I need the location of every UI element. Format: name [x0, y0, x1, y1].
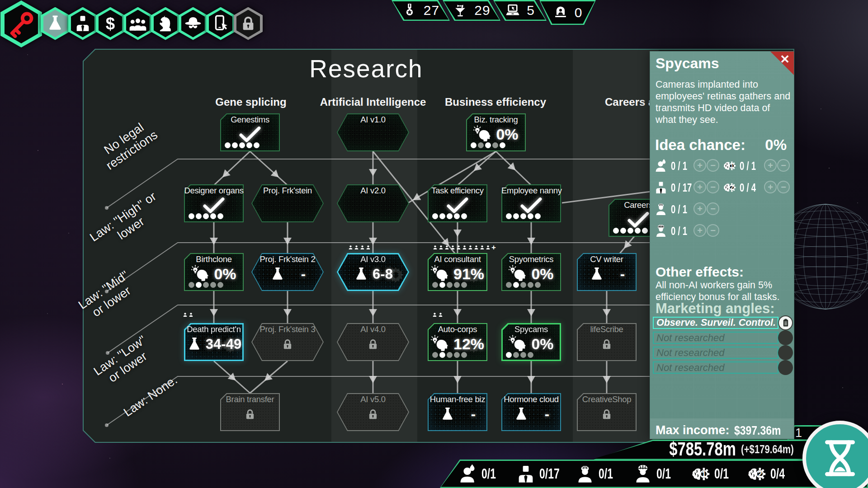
research-node-employee-nanny[interactable]: Employee nanny — [501, 184, 561, 222]
marketing-copy-button[interactable] — [778, 315, 793, 330]
menu-spy-button[interactable] — [179, 7, 208, 40]
person-brain-icon — [575, 464, 595, 484]
bust-icon — [439, 245, 443, 250]
node-title: AI v2.0 — [337, 186, 409, 196]
node-title: Hormone cloud — [501, 394, 561, 404]
bust-icon — [433, 245, 438, 250]
research-node-cv-writer[interactable]: CV writer- — [577, 253, 637, 291]
counter-medal: 27 — [392, 0, 450, 21]
slot-plus-button[interactable]: + — [764, 159, 777, 172]
bust-icon — [480, 245, 485, 250]
research-node-birthclone[interactable]: Birthclone0% — [184, 253, 244, 291]
lock-icon — [600, 338, 613, 351]
key-icon — [6, 9, 36, 39]
slot-minus-button[interactable]: − — [707, 181, 719, 193]
slot-adjust-buttons: +− — [693, 181, 719, 193]
progress-dots — [506, 282, 541, 288]
research-node-creativeshop[interactable]: CreativeShop — [577, 393, 637, 431]
research-node-proj-frkstein-2[interactable]: Proj. Frk'stein 2- — [251, 253, 324, 291]
slot-plus-button[interactable]: + — [764, 181, 777, 193]
person-brain-big-icon — [632, 464, 653, 484]
slot-count: 0 / 1 — [671, 203, 687, 216]
brain-gear-1-icon — [690, 464, 711, 484]
column-header: Artificial Intelligence — [320, 96, 426, 108]
slot-minus-button[interactable]: − — [707, 159, 719, 172]
marketing-angle-row: Not researched — [653, 361, 778, 374]
menu-flask-button[interactable] — [41, 7, 70, 40]
research-node-designer-organs[interactable]: Designer organs — [184, 184, 244, 222]
slot-minus-button[interactable]: − — [777, 181, 790, 193]
marketing-angle-text: Not researched — [656, 332, 724, 344]
node-title: Task efficiency — [428, 186, 487, 196]
node-title: AI v5.0 — [337, 394, 409, 404]
people-icon — [128, 14, 147, 33]
slot-plus-button[interactable]: + — [693, 159, 706, 172]
research-node-ai-consultant[interactable]: AI consultant91% — [428, 253, 487, 291]
research-turns: - — [301, 266, 306, 282]
research-node-genestims[interactable]: Genestims — [220, 113, 280, 151]
research-node-human-free-biz[interactable]: Human-free biz- — [428, 393, 487, 431]
idea-chance-value: 0% — [765, 136, 787, 154]
worker-bar-count: 0/1 — [656, 466, 671, 482]
research-node-proj-frkstein-3[interactable]: Proj. Frk'stein 3 — [251, 323, 324, 361]
research-node-spycams[interactable]: Spycams0% — [501, 323, 561, 361]
research-node-ai-v2[interactable]: AI v2.0 — [337, 184, 409, 222]
slot-minus-button[interactable]: − — [707, 224, 719, 237]
research-node-spyometrics[interactable]: Spyometrics0% — [501, 253, 561, 291]
column-header: Business efficiency — [445, 96, 546, 108]
slot-count: 0 / 1 — [671, 160, 687, 173]
research-node-ai-v4[interactable]: AI v4.0 — [337, 323, 409, 361]
marketing-angle-row[interactable]: Observe. Surveil. Control. — [653, 317, 778, 329]
menu-person-tie-button[interactable] — [68, 7, 97, 40]
bust-icon — [354, 245, 359, 250]
node-title: Death predict'n — [184, 324, 244, 334]
lock-icon — [243, 408, 257, 421]
worker-bar-count: 0/1 — [599, 466, 613, 482]
node-title: AI v1.0 — [337, 115, 409, 125]
research-node-proj-frkstein[interactable]: Proj. Frk'stein — [251, 184, 324, 222]
worker-slot-brain-gear-2: 0 / 4 — [722, 180, 762, 195]
person-droplet-icon — [654, 159, 668, 173]
assigned-worker-markers: + — [433, 245, 496, 250]
research-node-ai-v5[interactable]: AI v5.0 — [337, 393, 409, 431]
flask-icon — [353, 266, 369, 282]
menu-people-button[interactable] — [123, 7, 152, 40]
lock-icon — [366, 408, 380, 421]
slot-minus-button[interactable]: − — [707, 202, 719, 215]
research-node-brain-transfer[interactable]: Brain transfer — [220, 393, 280, 431]
research-node-biz-tracking[interactable]: Biz. tracking0% — [466, 113, 526, 151]
bust-icon — [432, 312, 437, 317]
research-node-hormone-cloud[interactable]: Hormone cloud- — [501, 393, 561, 431]
marketing-angle-text: Not researched — [656, 362, 724, 374]
slot-plus-button[interactable]: + — [693, 224, 706, 237]
max-income-label: Max income: — [656, 423, 730, 437]
counter-laptop: 5 — [493, 0, 547, 21]
worker-bar-person-droplet: 0/1 — [458, 460, 501, 488]
menu-dollar-button[interactable] — [96, 7, 125, 40]
slot-plus-button[interactable]: + — [693, 181, 706, 193]
menu-phone-ad-button[interactable] — [206, 7, 235, 40]
hourglass-icon — [819, 437, 861, 479]
bust-icon — [360, 245, 365, 250]
assigned-worker-markers — [348, 245, 371, 250]
slot-count: 0 / 4 — [740, 181, 756, 194]
flask-icon — [513, 406, 529, 422]
research-node-lifescribe[interactable]: lifeScribe — [577, 323, 637, 361]
node-title: Proj. Frk'stein — [251, 186, 324, 196]
slot-plus-button[interactable]: + — [693, 202, 706, 215]
research-node-ai-v1[interactable]: AI v1.0 — [337, 113, 409, 151]
node-title: Human-free biz — [428, 394, 487, 404]
menu-lock-button[interactable] — [234, 7, 263, 40]
research-turns: - — [620, 266, 625, 282]
menu-knight-button[interactable] — [151, 7, 180, 40]
research-node-death-predictn[interactable]: Death predict'n34-49 — [184, 323, 244, 361]
research-node-ai-v3[interactable]: AI v3.06-8 — [337, 253, 409, 291]
node-title: Designer organs — [184, 186, 244, 196]
slot-adjust-buttons: +− — [693, 224, 719, 237]
detail-panel: ✕ Spycams Cameras implanted into employe… — [650, 51, 794, 439]
research-node-task-efficiency[interactable]: Task efficiency — [428, 184, 487, 222]
menu-key-button[interactable] — [0, 0, 42, 47]
bust-icon — [189, 312, 193, 317]
slot-minus-button[interactable]: − — [777, 159, 790, 172]
research-node-auto-corps[interactable]: Auto-corps12% — [428, 323, 487, 361]
